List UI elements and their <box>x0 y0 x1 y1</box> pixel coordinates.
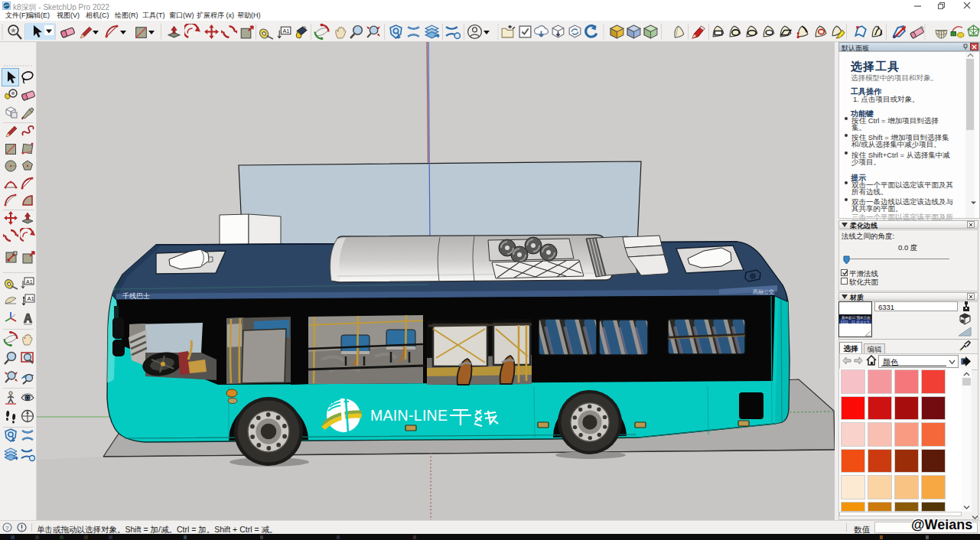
svg-text:?: ? <box>5 525 9 532</box>
svg-text:MAIN-LINE: MAIN-LINE <box>370 407 448 424</box>
svg-text:A1: A1 <box>282 28 289 34</box>
svg-text:千线巴士: 千线巴士 <box>122 292 150 300</box>
svg-text:6331 · 01 模拟交互·模拟: 6331 · 01 模拟交互·模拟 <box>841 320 871 324</box>
svg-text:高融公交: 高融公交 <box>753 289 774 295</box>
svg-text:A1: A1 <box>28 295 34 302</box>
svg-text:A1: A1 <box>26 279 33 285</box>
